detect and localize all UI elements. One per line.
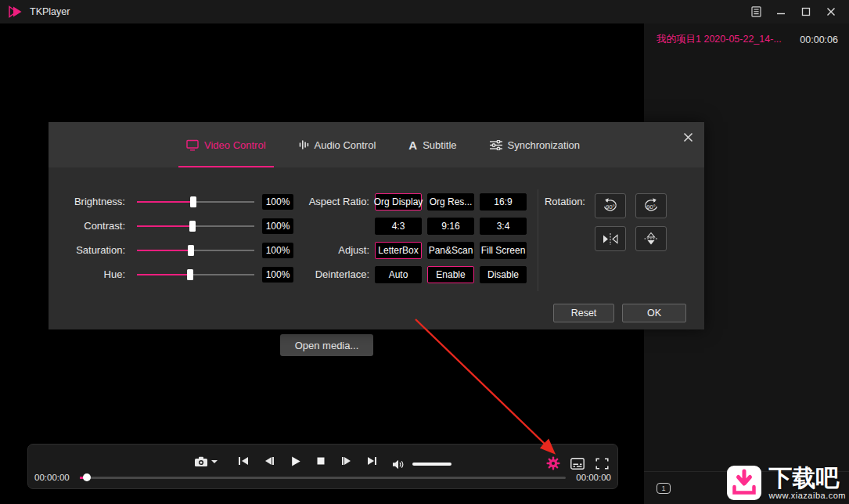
fullscreen-icon (595, 458, 609, 470)
camera-icon (194, 456, 208, 467)
frame-forward-button[interactable] (340, 455, 353, 467)
minimize-icon (776, 7, 786, 16)
tab-synchronization[interactable]: Synchronization (482, 122, 588, 167)
previous-button[interactable] (237, 455, 250, 467)
next-button[interactable] (366, 455, 379, 467)
elapsed-time: 00:00:00 (34, 473, 75, 482)
video-settings-dialog: Video Control Audio Control A Subtitle S… (49, 122, 704, 329)
adjust-pan-scan-button[interactable]: Pan&Scan (427, 242, 474, 259)
tab-label: Synchronization (508, 139, 581, 151)
playlist-item[interactable]: 我的项目1 2020-05-22_14-... 00:00:06 (644, 23, 849, 54)
reset-button[interactable]: Reset (553, 304, 614, 322)
step-forward-icon (341, 455, 352, 466)
flip-vertical-button[interactable] (635, 226, 667, 251)
subtitle-button[interactable] (570, 455, 585, 471)
aspect-4-3-button[interactable]: 4:3 (375, 218, 422, 235)
dialog-close-button[interactable] (681, 130, 695, 144)
maximize-icon (801, 7, 811, 16)
seek-handle[interactable] (83, 473, 91, 481)
seek-slider[interactable] (80, 473, 566, 482)
tab-subtitle[interactable]: A Subtitle (401, 122, 464, 167)
tab-video-control[interactable]: Video Control (178, 122, 274, 167)
step-back-icon (264, 455, 275, 466)
adjust-letterbox-button[interactable]: LetterBox (375, 242, 422, 259)
audio-bars-icon (299, 139, 309, 150)
hue-slider[interactable] (137, 269, 254, 280)
ok-button[interactable]: OK (622, 304, 686, 322)
slider-handle[interactable] (190, 196, 196, 207)
snapshot-button[interactable] (194, 456, 218, 467)
app-logo-icon (8, 5, 23, 18)
deinterlace-label: Deinterlace: (283, 268, 369, 280)
saturation-slider[interactable] (137, 245, 254, 256)
close-button[interactable] (821, 3, 841, 20)
skip-end-icon (367, 455, 378, 466)
aspect-org-display-button[interactable]: Org Display (375, 193, 422, 211)
deinterlace-auto-button[interactable]: Auto (375, 266, 422, 283)
aspect-org-res-button[interactable]: Org Res... (427, 193, 474, 211)
playlist-item-duration: 00:00:06 (800, 34, 838, 45)
brightness-label: Brightness: (64, 196, 125, 207)
seek-row: 00:00:00 00:00:00 (34, 473, 611, 482)
tab-label: Subtitle (423, 139, 456, 151)
stop-button[interactable] (315, 455, 327, 467)
playlist-item-name: 我的项目1 2020-05-22_14-... (657, 33, 782, 46)
open-media-button[interactable]: Open media... (280, 334, 373, 356)
play-button[interactable] (289, 455, 301, 467)
watermark-title: 下载吧 (769, 466, 840, 491)
rotate-left-button[interactable]: 90° (595, 193, 626, 218)
close-icon (826, 7, 836, 16)
tab-label: Audio Control (315, 139, 376, 151)
slider-handle[interactable] (189, 221, 196, 232)
minimize-button[interactable] (771, 3, 791, 20)
playlist-count-button[interactable]: 1 (657, 483, 671, 494)
volume-fill (412, 463, 451, 466)
slider-handle[interactable] (188, 245, 194, 256)
skip-start-icon (238, 455, 249, 466)
speaker-icon (392, 459, 405, 470)
aspect-3-4-button[interactable]: 3:4 (480, 218, 527, 235)
tkplayer-window: TKPlayer (0, 0, 849, 504)
contrast-label: Contrast: (64, 220, 125, 232)
adjust-label: Adjust: (283, 244, 369, 256)
saturation-label: Saturation: (64, 244, 125, 256)
mute-button[interactable] (390, 456, 406, 472)
playback-control-bar: 00:00:00 00:00:00 (27, 444, 618, 489)
dialog-tab-bar: Video Control Audio Control A Subtitle S… (49, 122, 704, 167)
contrast-slider[interactable] (137, 221, 254, 232)
settings-button[interactable] (545, 455, 561, 471)
brightness-slider[interactable] (137, 196, 254, 207)
rotate-right-button[interactable]: 90° (635, 193, 667, 218)
play-icon (290, 455, 301, 467)
sliders-icon (490, 140, 502, 150)
document-icon (751, 6, 761, 17)
chevron-down-icon (211, 460, 218, 463)
adjust-fill-screen-button[interactable]: Fill Screen (480, 242, 527, 259)
log-button[interactable] (746, 3, 766, 20)
close-icon (683, 132, 693, 142)
tab-audio-control[interactable]: Audio Control (291, 122, 384, 167)
svg-text:90°: 90° (646, 203, 655, 211)
rotate-cw-icon: 90° (641, 197, 661, 214)
window-controls (746, 3, 841, 20)
deinterlace-enable-button[interactable]: Enable (427, 266, 474, 283)
aspect-16-9-button[interactable]: 16:9 (480, 193, 527, 211)
flip-horizontal-icon (601, 232, 620, 246)
seek-track (80, 477, 566, 479)
frame-back-button[interactable] (263, 455, 275, 467)
maximize-button[interactable] (796, 3, 816, 20)
flip-horizontal-button[interactable] (595, 226, 626, 251)
hue-label: Hue: (64, 268, 125, 280)
contrast-value: 100% (262, 218, 293, 234)
fullscreen-button[interactable] (594, 455, 610, 471)
aspect-9-16-button[interactable]: 9:16 (427, 218, 474, 235)
tab-label: Video Control (204, 139, 266, 151)
volume-controls (390, 456, 451, 472)
slider-handle[interactable] (187, 269, 193, 280)
aspect-ratio-label: Aspect Ratio: (283, 196, 369, 207)
svg-text:90°: 90° (606, 203, 614, 211)
volume-slider[interactable] (412, 460, 451, 468)
gear-icon (546, 456, 560, 470)
deinterlace-disable-button[interactable]: Disable (480, 266, 527, 283)
app-title: TKPlayer (30, 6, 70, 17)
